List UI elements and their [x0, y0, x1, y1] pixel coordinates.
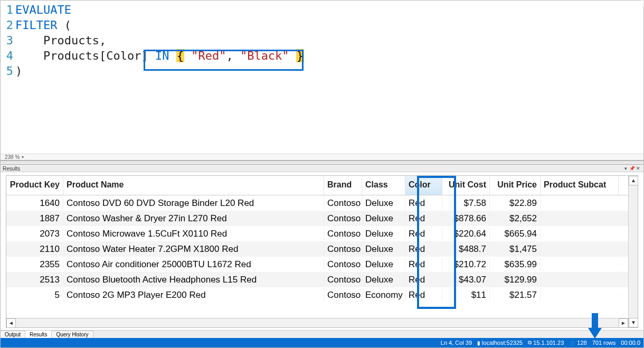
cell-brand: Contoso	[324, 258, 362, 271]
cell-class: Deluxe	[362, 243, 405, 256]
cell-product-subcat	[541, 294, 619, 296]
results-panel: Results ▾ 📌 ✕ Product Key Product Name B…	[1, 165, 643, 338]
tab-query-history[interactable]: Query History	[52, 331, 93, 338]
table-row[interactable]: 2355Contoso Air conditioner 25000BTU L16…	[6, 257, 628, 272]
scroll-down-icon[interactable]: ▼	[629, 318, 638, 327]
cell-color: Red	[405, 212, 442, 225]
splitter[interactable]	[1, 161, 643, 165]
table-row[interactable]: 2110Contoso Water Heater 7.2GPM X1800 Re…	[6, 241, 628, 257]
cell-color: Red	[405, 289, 442, 302]
cell-product-key: 2513	[6, 274, 63, 286]
cell-product-key: 5	[6, 289, 63, 302]
cell-unit-cost: $220.64	[442, 228, 490, 240]
cell-product-subcat	[541, 248, 619, 250]
table-row[interactable]: 1640Contoso DVD 60 DVD Storage Binder L2…	[6, 195, 628, 211]
cell-brand: Contoso	[324, 212, 362, 225]
server-icon: ▮	[477, 340, 480, 346]
cell-product-subcat	[541, 202, 619, 204]
status-rowcount: 701 rows	[592, 340, 616, 346]
results-grid: Product Key Product Name Brand Class Col…	[6, 175, 638, 328]
line-number: 4	[1, 48, 13, 63]
cell-unit-price: $635.99	[490, 258, 541, 271]
status-user: 128	[577, 340, 586, 346]
zoom-dropdown-icon[interactable]: ▾	[22, 155, 24, 159]
status-version: 15.1.101.23	[533, 340, 564, 346]
cell-brand: Contoso	[324, 197, 362, 210]
cell-color: Red	[405, 197, 442, 210]
cell-product-name: Contoso Microwave 1.5CuFt X0110 Red	[63, 228, 324, 240]
status-bar: Ln 4, Col 39 ▮localhost:52325 ⧉15.1.101.…	[1, 338, 643, 347]
cell-unit-cost: $11	[442, 289, 490, 302]
col-header-unit-price[interactable]: Unit Price	[490, 176, 541, 195]
cell-color: Red	[405, 274, 442, 286]
col-header-product-name[interactable]: Product Name	[63, 176, 324, 195]
cell-color: Red	[405, 243, 442, 256]
col-header-unit-cost[interactable]: Unit Cost	[442, 176, 490, 195]
code-editor[interactable]: 1 2 3 4 5 EVALUATE FILTER ( Products, Pr…	[1, 1, 643, 154]
col-header-product-subcat[interactable]: Product Subcat	[541, 176, 619, 195]
cell-product-subcat	[541, 264, 619, 266]
cell-product-subcat	[541, 279, 619, 281]
table-row[interactable]: 5Contoso 2G MP3 Player E200 RedContosoEc…	[6, 287, 628, 303]
cell-product-name: Contoso Bluetooth Active Headphones L15 …	[63, 274, 324, 286]
panel-menu-icon[interactable]: ▾	[622, 166, 629, 171]
table-row[interactable]: 2513Contoso Bluetooth Active Headphones …	[6, 272, 628, 287]
cell-unit-price: $21.57	[490, 289, 541, 302]
code-text	[289, 49, 296, 62]
horizontal-scrollbar[interactable]: ◄ ►	[6, 318, 628, 327]
code-text: )	[15, 64, 22, 78]
cell-product-name: Contoso DVD 60 DVD Storage Binder L20 Re…	[63, 197, 324, 210]
table-row[interactable]: 1887Contoso Washer & Dryer 27in L270 Red…	[6, 211, 628, 226]
cell-product-name: Contoso 2G MP3 Player E200 Red	[63, 289, 324, 302]
cell-product-key: 2073	[6, 228, 63, 240]
brace-open: {	[176, 49, 184, 62]
cell-product-key: 1887	[6, 212, 63, 225]
cell-product-subcat	[541, 233, 619, 235]
cell-product-subcat	[541, 218, 619, 220]
line-number: 2	[1, 17, 13, 33]
status-cursor-pos: Ln 4, Col 39	[441, 340, 472, 346]
col-header-color[interactable]: Color	[405, 176, 442, 195]
code-text: (	[57, 18, 71, 32]
tab-output[interactable]: Output	[1, 331, 25, 338]
cell-unit-cost: $488.7	[442, 243, 490, 256]
dax-keyword: FILTER	[15, 18, 57, 32]
col-header-product-key[interactable]: Product Key	[6, 176, 63, 195]
dax-keyword: EVALUATE	[15, 3, 71, 16]
zoom-level: 238 %	[5, 154, 20, 160]
cell-unit-cost: $43.07	[442, 274, 490, 286]
tab-results[interactable]: Results	[25, 331, 52, 338]
cell-product-name: Contoso Air conditioner 25000BTU L1672 R…	[63, 258, 324, 271]
cell-unit-price: $1,475	[490, 243, 541, 256]
panel-pin-icon[interactable]: 📌	[629, 166, 635, 171]
col-header-class[interactable]: Class	[362, 176, 405, 195]
panel-close-icon[interactable]: ✕	[635, 166, 641, 171]
cell-color: Red	[405, 258, 442, 271]
vertical-scrollbar[interactable]: ▲ ▼	[628, 176, 638, 327]
cell-brand: Contoso	[324, 289, 362, 302]
cell-unit-price: $22.89	[490, 197, 541, 210]
dax-keyword: IN	[155, 49, 169, 62]
col-header-brand[interactable]: Brand	[324, 176, 362, 195]
code-lines: EVALUATE FILTER ( Products, Products[Col…	[15, 2, 304, 154]
results-title: Results	[3, 166, 20, 172]
line-number: 1	[1, 2, 13, 17]
scroll-right-icon[interactable]: ►	[619, 318, 628, 328]
cell-unit-cost: $878.66	[442, 212, 490, 225]
cell-unit-price: $2,652	[490, 212, 541, 225]
cell-class: Deluxe	[362, 197, 405, 210]
table-row[interactable]: 2073Contoso Microwave 1.5CuFt X0110 RedC…	[6, 226, 628, 241]
editor-panel: 1 2 3 4 5 EVALUATE FILTER ( Products, Pr…	[1, 1, 643, 161]
dax-string: "Red"	[191, 49, 226, 62]
scroll-up-icon[interactable]: ▲	[629, 176, 638, 185]
cell-class: Economy	[362, 289, 405, 302]
cell-product-key: 1640	[6, 197, 63, 210]
grid-header-row: Product Key Product Name Brand Class Col…	[6, 176, 628, 195]
cell-brand: Contoso	[324, 274, 362, 286]
cell-product-key: 2355	[6, 258, 63, 271]
user-icon: 👤	[569, 340, 575, 346]
zoom-bar[interactable]: 238 % ▾	[1, 154, 643, 160]
scroll-left-icon[interactable]: ◄	[6, 318, 16, 328]
cell-unit-price: $129.99	[490, 274, 541, 286]
output-tabs: Output Results Query History	[1, 330, 643, 338]
